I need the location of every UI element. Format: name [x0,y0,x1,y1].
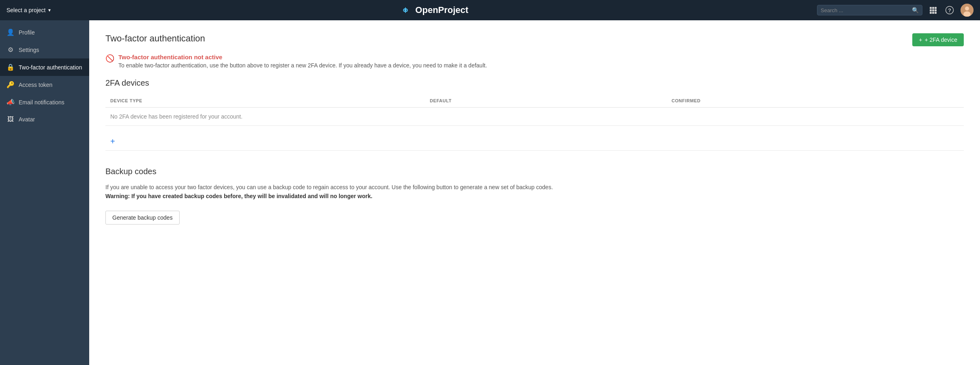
lock-icon: 🔒 [6,63,15,71]
sidebar-item-label: Access token [19,82,52,88]
empty-message: No 2FA device has been registered for yo… [105,108,964,126]
sidebar-item-label: Profile [19,29,35,36]
devices-table-header: DEVICE TYPE DEFAULT CONFIRMED [105,94,964,108]
project-selector-label: Select a project [6,7,46,13]
logo-icon [399,4,412,17]
search-box[interactable]: 🔍 [817,5,922,15]
topnav: Select a project ▾ OpenProject 🔍 [0,0,980,20]
col-confirmed: CONFIRMED [667,94,964,108]
generate-backup-codes-button[interactable]: Generate backup codes [105,211,180,225]
generate-label: Generate backup codes [112,214,173,221]
main-content: Two-factor authentication + + 2FA device… [89,20,980,365]
apps-button[interactable] [927,4,939,16]
user-avatar-icon [961,4,974,17]
profile-icon: 👤 [6,28,15,36]
sidebar-item-label: Two-factor authentication [19,64,82,71]
add-2fa-button[interactable]: + + 2FA device [912,33,964,46]
layout: 👤 Profile ⚙ Settings 🔒 Two-factor authen… [0,20,980,365]
question-icon: ? [945,6,954,15]
add-2fa-label: + 2FA device [924,37,957,43]
key-icon: 🔑 [6,81,15,89]
avatar[interactable] [961,4,974,17]
svg-rect-8 [930,12,932,14]
alert-box: 🚫 Two-factor authentication not active T… [105,54,964,69]
svg-point-1 [405,9,407,11]
sidebar: 👤 Profile ⚙ Settings 🔒 Two-factor authen… [0,20,89,365]
sidebar-item-settings[interactable]: ⚙ Settings [0,41,89,58]
col-device-type: DEVICE TYPE [105,94,425,108]
add-device-row: + [105,132,964,151]
chevron-down-icon: ▾ [48,7,51,13]
sidebar-item-two-factor[interactable]: 🔒 Two-factor authentication [0,58,89,76]
backup-warning: Warning: If you have created backup code… [105,193,372,199]
svg-rect-7 [935,9,937,11]
image-icon: 🖼 [6,116,15,123]
sidebar-item-label: Email notifications [19,99,64,106]
logo: OpenProject [399,4,468,17]
backup-section: Backup codes If you are unable to access… [105,167,964,225]
alert-description: To enable two-factor authentication, use… [118,62,487,69]
svg-rect-6 [932,9,934,11]
backup-section-title: Backup codes [105,167,964,176]
search-input[interactable] [821,7,909,13]
svg-rect-9 [932,12,934,14]
settings-icon: ⚙ [6,46,15,54]
svg-point-14 [965,6,969,11]
plus-icon: + [919,37,922,43]
page-title: Two-factor authentication [105,33,964,44]
sidebar-item-avatar[interactable]: 🖼 Avatar [0,111,89,128]
table-row-empty: No 2FA device has been registered for yo… [105,108,964,126]
sidebar-item-email-notifications[interactable]: 📣 Email notifications [0,93,89,111]
devices-section-title: 2FA devices [105,78,964,88]
backup-description: If you are unable to access your two fac… [105,183,964,201]
svg-rect-4 [935,7,937,9]
search-icon: 🔍 [912,7,919,13]
col-default: DEFAULT [425,94,667,108]
logo-text: OpenProject [415,5,468,15]
svg-rect-2 [930,7,932,9]
grid-icon [929,6,937,14]
bell-icon: 📣 [6,98,15,106]
sidebar-item-profile[interactable]: 👤 Profile [0,24,89,41]
svg-rect-5 [930,9,932,11]
logo-area: OpenProject [56,4,813,17]
sidebar-item-access-token[interactable]: 🔑 Access token [0,76,89,93]
ban-icon: 🚫 [105,54,114,63]
devices-table: DEVICE TYPE DEFAULT CONFIRMED No 2FA dev… [105,94,964,126]
project-selector[interactable]: Select a project ▾ [6,7,51,13]
add-device-icon[interactable]: + [110,137,115,146]
alert-title: Two-factor authentication not active [118,54,487,60]
svg-text:?: ? [948,7,951,13]
alert-content: Two-factor authentication not active To … [118,54,487,69]
help-button[interactable]: ? [944,4,956,16]
sidebar-item-label: Settings [19,47,39,53]
svg-rect-10 [935,12,937,14]
svg-rect-3 [932,7,934,9]
topnav-right: 🔍 ? [817,4,974,17]
sidebar-item-label: Avatar [19,116,35,123]
